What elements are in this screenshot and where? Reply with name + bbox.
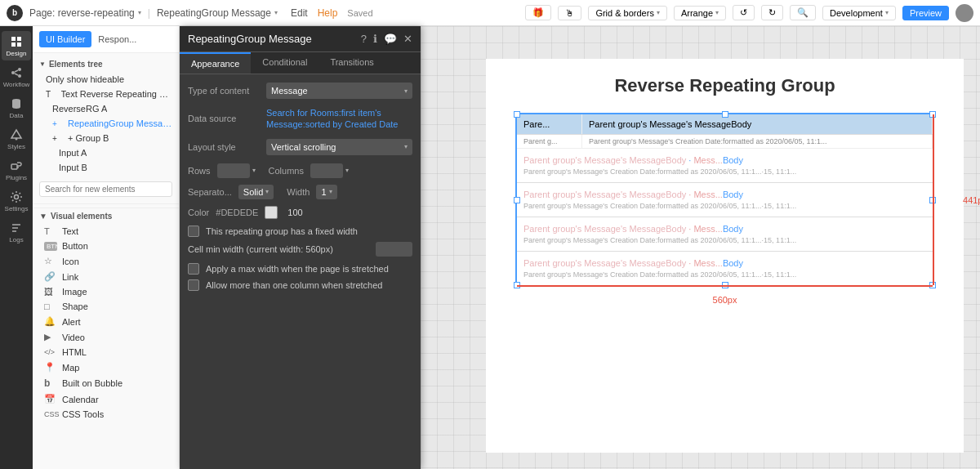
gift-icon[interactable]: 🎁 <box>525 5 551 20</box>
visual-item-video[interactable]: ▶ Video <box>33 329 179 345</box>
tab-responsive[interactable]: Respon... <box>91 31 143 47</box>
comment-icon[interactable]: 💬 <box>384 33 397 45</box>
sidebar-item-data[interactable]: Data <box>2 93 31 123</box>
layout-style-select[interactable]: Vertical scrolling ▾ <box>266 139 412 155</box>
rg-info-cell-left: Parent g... <box>517 135 582 148</box>
rows-input[interactable]: 5 <box>217 163 250 178</box>
rg-row-3-sub: Parent group's Message's Creation Date:f… <box>523 270 926 279</box>
visual-item-text[interactable]: T Text <box>33 224 179 239</box>
handle-top-center[interactable] <box>722 111 728 118</box>
redo-button[interactable]: ↻ <box>761 5 783 20</box>
undo-button[interactable]: ↺ <box>733 5 755 20</box>
tab-appearance[interactable]: Appearance <box>180 52 251 74</box>
sidebar-item-design[interactable]: Design <box>2 31 31 60</box>
help-icon[interactable]: ? <box>361 33 367 45</box>
alert-icon: 🔔 <box>44 316 57 327</box>
logs-icon <box>10 221 23 234</box>
tab-conditional[interactable]: Conditional <box>251 52 318 74</box>
info-icon[interactable]: ℹ <box>373 33 377 45</box>
text-icon: T <box>46 90 57 99</box>
sidebar-item-styles[interactable]: Styles <box>2 124 31 154</box>
rg-row-1-pink: · Mess... <box>686 190 723 199</box>
plugins-icon <box>10 159 23 172</box>
visual-item-css-tools[interactable]: CSS CSS Tools <box>33 407 179 422</box>
close-icon[interactable]: ✕ <box>403 33 412 45</box>
visual-item-map[interactable]: 📍 Map <box>33 360 179 375</box>
visual-item-html[interactable]: </> HTML <box>33 345 179 360</box>
max-width-checkbox[interactable] <box>188 263 199 275</box>
layout-style-label: Layout style <box>188 142 261 152</box>
rg-container[interactable]: Pare... Parent group's Message's Message… <box>515 113 934 287</box>
development-button[interactable]: Development ▾ <box>822 6 896 20</box>
rg-row-2-text: Parent group's Message's MessageBody · M… <box>523 224 926 234</box>
divider: | <box>148 7 150 19</box>
search-input[interactable] <box>39 181 172 197</box>
canvas-area: Reverse Repeating Group Par <box>421 26 980 469</box>
sidebar-item-plugins[interactable]: Plugins <box>2 155 31 185</box>
tree-item-text-label: Text Reverse Repeating Gr... <box>61 89 172 99</box>
tree-item-input-b[interactable]: Input B <box>33 160 179 175</box>
handle-top-left[interactable] <box>514 111 520 118</box>
edit-action[interactable]: Edit <box>291 7 308 19</box>
handle-top-right[interactable] <box>929 111 936 118</box>
only-show-hideable[interactable]: Only show hideable <box>33 72 179 87</box>
tree-item-rg-message[interactable]: + RepeatingGroup Message <box>33 116 179 131</box>
help-action[interactable]: Help <box>318 7 338 19</box>
type-of-content-select[interactable]: Message ▾ <box>266 83 412 99</box>
elements-tree-section: ▼ Elements tree Only show hideable T Tex… <box>33 53 179 178</box>
grid-borders-button[interactable]: Grid & borders ▾ <box>588 6 667 20</box>
visual-elements-header[interactable]: ▼ Visual elements <box>33 208 179 224</box>
page-selector[interactable]: Page: reverse-repeating ▾ <box>29 7 141 19</box>
sidebar-item-settings[interactable]: Settings <box>2 186 31 216</box>
color-swatch[interactable] <box>265 206 278 219</box>
arrange-button[interactable]: Arrange ▾ <box>674 6 726 20</box>
search-button[interactable]: 🔍 <box>790 5 816 20</box>
visual-item-calendar[interactable]: 📅 Calendar <box>33 391 179 407</box>
cell-min-width-input[interactable]: 100 <box>376 242 412 257</box>
visual-item-alert[interactable]: 🔔 Alert <box>33 314 179 329</box>
rg-row-3-text: Parent group's Message's MessageBody · M… <box>523 258 926 268</box>
visual-item-link[interactable]: 🔗 Link <box>33 269 179 284</box>
tree-item-input-a[interactable]: Input A <box>33 145 179 160</box>
visual-item-button[interactable]: BTN Button <box>33 239 179 253</box>
preview-button[interactable]: Preview <box>902 6 949 20</box>
tree-item-group-b[interactable]: + + Group B <box>33 131 179 145</box>
sidebar-item-workflow[interactable]: Workflow <box>2 62 31 92</box>
rows-dropdown-arrow[interactable]: ▾ <box>252 167 256 174</box>
tab-transitions[interactable]: Transitions <box>318 52 385 74</box>
columns-input[interactable]: 1 <box>310 163 343 178</box>
handle-mid-left[interactable] <box>514 197 520 203</box>
visual-item-shape[interactable]: □ Shape <box>33 299 179 314</box>
visual-item-image[interactable]: 🖼 Image <box>33 284 179 299</box>
handle-bottom-left[interactable] <box>514 282 520 288</box>
tree-collapse-arrow: ▼ <box>39 60 46 68</box>
multi-column-checkbox[interactable] <box>188 279 199 291</box>
handle-mid-right[interactable] <box>929 197 936 203</box>
visual-item-built-on-bubble[interactable]: b Built on Bubble <box>33 375 179 391</box>
text-icon: T <box>44 226 57 236</box>
tree-item-text[interactable]: T Text Reverse Repeating Gr... <box>33 87 179 101</box>
cursor-icon[interactable]: 🖱 <box>558 6 581 20</box>
sidebar-item-logs[interactable]: Logs <box>2 217 31 247</box>
data-source-link[interactable]: Search for Rooms:first item's Message:so… <box>266 107 412 131</box>
handle-bottom-right[interactable] <box>929 282 936 288</box>
max-width-row: Apply a max width when the page is stret… <box>188 263 412 275</box>
page-dropdown-arrow: ▾ <box>138 9 141 16</box>
elements-tree-header[interactable]: ▼ Elements tree <box>33 56 179 72</box>
fixed-width-checkbox[interactable] <box>188 226 199 237</box>
prop-panel-title: RepeatingGroup Message <box>188 33 312 45</box>
tree-item-reverserg[interactable]: ReverseRG A <box>33 101 179 116</box>
tab-ui-builder[interactable]: UI Builder <box>39 31 91 47</box>
data-source-row: Data source Search for Rooms:first item'… <box>188 107 412 131</box>
width-select[interactable]: 1 ▾ <box>316 185 336 199</box>
separator-select[interactable]: Solid ▾ <box>238 185 274 199</box>
element-selector[interactable]: RepeatingGroup Message ▾ <box>157 7 278 19</box>
handle-bottom-center[interactable] <box>722 282 728 288</box>
layout-style-row: Layout style Vertical scrolling ▾ <box>188 139 412 155</box>
topbar: b Page: reverse-repeating ▾ | RepeatingG… <box>0 0 980 26</box>
rg-row-3: Parent group's Message's MessageBody · M… <box>517 252 933 285</box>
columns-dropdown-arrow[interactable]: ▾ <box>345 167 349 174</box>
user-avatar[interactable] <box>956 4 973 22</box>
visual-item-icon[interactable]: ☆ Icon <box>33 253 179 269</box>
topbar-right: 🎁 🖱 Grid & borders ▾ Arrange ▾ ↺ ↻ 🔍 Dev… <box>525 4 973 22</box>
